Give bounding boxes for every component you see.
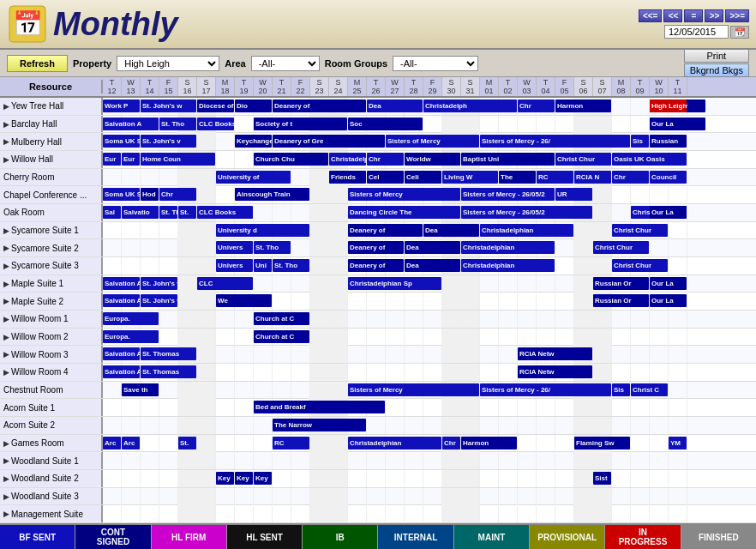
date-cell[interactable] bbox=[480, 329, 499, 346]
date-cell[interactable] bbox=[310, 257, 329, 274]
date-cell[interactable] bbox=[555, 329, 574, 346]
date-cell[interactable] bbox=[669, 222, 687, 239]
date-cell[interactable] bbox=[273, 382, 291, 399]
date-cell[interactable] bbox=[103, 239, 122, 256]
date-cell[interactable] bbox=[367, 488, 386, 505]
booking-block[interactable]: Ainscough Train bbox=[235, 188, 309, 201]
date-cell[interactable] bbox=[197, 382, 216, 399]
date-cell[interactable] bbox=[291, 293, 310, 310]
date-cell[interactable] bbox=[273, 488, 291, 505]
calendar-picker-btn[interactable]: 📆 bbox=[730, 26, 749, 39]
date-cell[interactable] bbox=[555, 417, 574, 434]
date-cell[interactable] bbox=[103, 382, 122, 399]
date-cell[interactable] bbox=[329, 186, 348, 203]
date-cell[interactable] bbox=[386, 417, 405, 434]
date-cell[interactable] bbox=[367, 470, 386, 487]
date-cell[interactable] bbox=[631, 116, 650, 133]
date-cell[interactable] bbox=[461, 488, 480, 505]
booking-block[interactable]: Europa. bbox=[103, 330, 159, 343]
booking-block[interactable]: Cel bbox=[367, 171, 404, 184]
date-cell[interactable] bbox=[103, 452, 122, 469]
date-cell[interactable] bbox=[216, 505, 235, 522]
date-cell[interactable] bbox=[612, 470, 631, 487]
date-cell[interactable] bbox=[122, 222, 141, 239]
date-cell[interactable] bbox=[159, 257, 178, 274]
date-cell[interactable] bbox=[574, 488, 593, 505]
booking-block[interactable]: Church at C bbox=[254, 312, 309, 325]
date-cell[interactable] bbox=[461, 346, 480, 363]
booking-block[interactable]: Work P bbox=[103, 100, 140, 112]
date-cell[interactable] bbox=[650, 488, 669, 505]
date-cell[interactable] bbox=[235, 311, 254, 328]
date-cell[interactable] bbox=[518, 417, 537, 434]
booking-block[interactable]: St. bbox=[178, 437, 196, 449]
date-cell[interactable] bbox=[254, 505, 273, 522]
date-cell[interactable] bbox=[329, 257, 348, 274]
date-cell[interactable] bbox=[348, 470, 367, 487]
date-cell[interactable] bbox=[159, 452, 178, 469]
date-cell[interactable] bbox=[291, 275, 310, 293]
date-cell[interactable] bbox=[254, 382, 273, 399]
booking-block[interactable]: University of bbox=[216, 171, 291, 184]
date-cell[interactable] bbox=[254, 275, 273, 293]
date-cell[interactable] bbox=[235, 488, 254, 505]
date-cell[interactable] bbox=[405, 399, 423, 416]
date-cell[interactable] bbox=[122, 169, 141, 186]
booking-block[interactable]: Arc bbox=[103, 437, 121, 449]
date-cell[interactable] bbox=[386, 311, 405, 328]
date-cell[interactable] bbox=[197, 505, 216, 522]
booking-block[interactable]: Christ Chur bbox=[555, 153, 611, 166]
date-cell[interactable] bbox=[273, 293, 291, 310]
date-cell[interactable] bbox=[480, 364, 499, 381]
date-cell[interactable] bbox=[574, 505, 593, 522]
bkgrnd-button[interactable]: Bkgrnd Bkgs bbox=[684, 63, 749, 77]
date-cell[interactable] bbox=[178, 382, 197, 399]
date-cell[interactable] bbox=[103, 488, 122, 505]
booking-block[interactable]: St. John's w bbox=[141, 100, 196, 112]
booking-block[interactable]: Russian Or bbox=[593, 277, 649, 290]
booking-block[interactable]: Church Chu bbox=[254, 153, 328, 166]
date-cell[interactable] bbox=[574, 257, 593, 274]
date-cell[interactable] bbox=[329, 382, 348, 399]
resource-arrow-icon[interactable]: ▶ bbox=[3, 350, 9, 359]
booking-block[interactable]: Arc bbox=[122, 437, 140, 449]
date-cell[interactable] bbox=[593, 399, 612, 416]
booking-block[interactable]: Harmon bbox=[555, 100, 611, 112]
date-cell[interactable] bbox=[612, 98, 631, 115]
resource-arrow-icon[interactable]: ▶ bbox=[3, 510, 9, 518]
booking-block[interactable]: Our La bbox=[650, 118, 705, 130]
date-cell[interactable] bbox=[197, 470, 216, 487]
date-cell[interactable] bbox=[310, 452, 329, 469]
resource-arrow-icon[interactable]: ▶ bbox=[3, 456, 9, 465]
date-cell[interactable] bbox=[235, 435, 254, 452]
date-cell[interactable] bbox=[480, 275, 499, 293]
resource-arrow-icon[interactable]: ▶ bbox=[3, 244, 9, 252]
date-cell[interactable] bbox=[291, 382, 310, 399]
date-cell[interactable] bbox=[537, 488, 555, 505]
date-cell[interactable] bbox=[593, 505, 612, 522]
date-cell[interactable] bbox=[593, 488, 612, 505]
date-cell[interactable] bbox=[386, 488, 405, 505]
booking-block[interactable]: High Leigh bbox=[650, 100, 687, 112]
date-cell[interactable] bbox=[310, 470, 329, 487]
date-cell[interactable] bbox=[254, 364, 273, 381]
date-cell[interactable] bbox=[650, 364, 669, 381]
date-cell[interactable] bbox=[442, 329, 461, 346]
date-cell[interactable] bbox=[291, 169, 310, 186]
date-cell[interactable] bbox=[593, 329, 612, 346]
date-cell[interactable] bbox=[197, 346, 216, 363]
date-cell[interactable] bbox=[499, 488, 518, 505]
booking-block[interactable]: Oasis UK Oasis bbox=[612, 153, 687, 166]
booking-block[interactable]: RC bbox=[537, 171, 573, 184]
resource-arrow-icon[interactable]: ▶ bbox=[3, 155, 9, 164]
date-cell[interactable] bbox=[405, 470, 423, 487]
resource-arrow-icon[interactable]: ▶ bbox=[3, 102, 9, 111]
date-cell[interactable] bbox=[329, 488, 348, 505]
date-cell[interactable] bbox=[423, 116, 442, 133]
date-cell[interactable] bbox=[669, 239, 687, 256]
date-cell[interactable] bbox=[197, 133, 216, 150]
date-cell[interactable] bbox=[442, 452, 461, 469]
date-cell[interactable] bbox=[537, 452, 555, 469]
date-cell[interactable] bbox=[631, 186, 650, 203]
date-cell[interactable] bbox=[650, 435, 669, 452]
